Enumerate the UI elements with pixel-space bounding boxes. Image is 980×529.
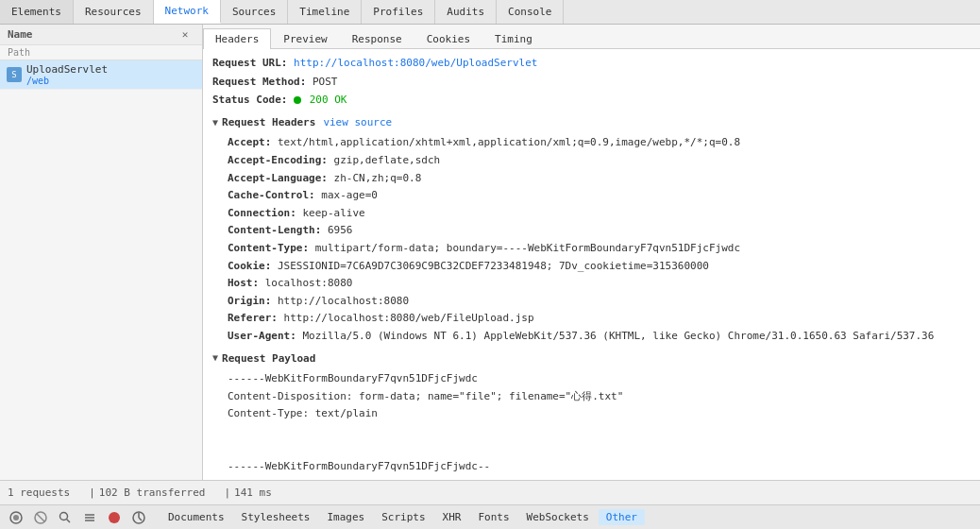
request-payload-section[interactable]: ▼ Request Payload bbox=[212, 350, 971, 367]
tab-response[interactable]: Response bbox=[340, 28, 414, 49]
request-headers-section[interactable]: ▼ Request Headers view source bbox=[212, 114, 971, 131]
tab-console[interactable]: Console bbox=[497, 0, 564, 24]
svg-point-4 bbox=[60, 512, 68, 520]
header-name: User-Agent: bbox=[228, 330, 296, 342]
header-name: Accept-Language: bbox=[228, 172, 328, 184]
request-headers-list: Accept: text/html,application/xhtml+xml,… bbox=[212, 134, 971, 344]
preserve-log-button[interactable] bbox=[128, 507, 149, 528]
header-value: gzip,deflate,sdch bbox=[334, 154, 441, 166]
status-code-label: Status Code: bbox=[212, 94, 287, 106]
tab-cookies[interactable]: Cookies bbox=[414, 28, 482, 49]
request-payload-title: Request Payload bbox=[222, 350, 315, 367]
tab-preview[interactable]: Preview bbox=[271, 28, 339, 49]
payload-item-2: Content-Type: text/plain bbox=[212, 405, 971, 422]
tab-resources[interactable]: Resources bbox=[74, 0, 154, 24]
header-value: keep-alive bbox=[302, 207, 364, 219]
header-name: Cookie: bbox=[228, 260, 271, 272]
filter-tabs: Documents Stylesheets Images Scripts XHR… bbox=[161, 509, 645, 525]
payload-item-1: Content-Disposition: form-data; name="fi… bbox=[212, 388, 971, 405]
top-tab-bar: Elements Resources Network Sources Timel… bbox=[0, 0, 980, 25]
list-button[interactable] bbox=[79, 507, 100, 528]
header-connection: Connection: keep-alive bbox=[212, 205, 971, 222]
main-container: Name ✕ Path S UploadServlet /web Headers… bbox=[0, 25, 980, 480]
tab-profiles[interactable]: Profiles bbox=[362, 0, 435, 24]
header-origin: Origin: http://localhost:8080 bbox=[212, 293, 971, 310]
tab-timeline[interactable]: Timeline bbox=[288, 0, 362, 24]
header-value: http://localhost:8080/web/FileUpload.jsp bbox=[284, 312, 534, 324]
header-name: Origin: bbox=[228, 295, 271, 307]
header-accept-encoding: Accept-Encoding: gzip,deflate,sdch bbox=[212, 152, 971, 169]
request-payload-list: ------WebKitFormBoundaryF7qvn51DFjcFjwdc… bbox=[212, 370, 971, 475]
sidebar-request-name: UploadServlet bbox=[26, 63, 108, 76]
svg-point-9 bbox=[109, 512, 120, 523]
separator-pipe2: | bbox=[224, 486, 230, 499]
filter-stylesheets[interactable]: Stylesheets bbox=[234, 509, 318, 525]
list-icon bbox=[83, 511, 96, 524]
status-latency: 141 ms bbox=[234, 486, 272, 499]
clear-button[interactable] bbox=[30, 507, 51, 528]
header-value: text/html,application/xhtml+xml,applicat… bbox=[278, 136, 740, 148]
clear-icon bbox=[34, 511, 47, 524]
search-button[interactable] bbox=[55, 507, 76, 528]
request-url-label: Request URL: bbox=[212, 57, 287, 69]
header-name: Referer: bbox=[228, 312, 278, 324]
header-accept-language: Accept-Language: zh-CN,zh;q=0.8 bbox=[212, 170, 971, 187]
tab-audits[interactable]: Audits bbox=[435, 0, 497, 24]
header-value: localhost:8080 bbox=[265, 277, 353, 289]
tab-sources[interactable]: Sources bbox=[221, 0, 288, 24]
filter-xhr[interactable]: XHR bbox=[435, 509, 469, 525]
header-name: Accept-Encoding: bbox=[228, 154, 328, 166]
close-panel-button[interactable]: ✕ bbox=[176, 28, 194, 41]
filter-documents[interactable]: Documents bbox=[161, 509, 232, 525]
stop-button[interactable] bbox=[104, 507, 125, 528]
header-value: Mozilla/5.0 (Windows NT 6.1) AppleWebKit… bbox=[302, 330, 934, 342]
filter-websockets[interactable]: WebSockets bbox=[519, 509, 597, 525]
tab-elements[interactable]: Elements bbox=[0, 0, 74, 24]
bottom-toolbar: Documents Stylesheets Images Scripts XHR… bbox=[0, 504, 980, 529]
request-url-link[interactable]: http://localhost:8080/web/UploadServlet bbox=[294, 57, 537, 69]
tab-network[interactable]: Network bbox=[154, 0, 221, 24]
header-value: max-age=0 bbox=[321, 189, 378, 201]
svg-line-12 bbox=[139, 518, 142, 520]
header-name: Content-Length: bbox=[228, 224, 321, 236]
payload-item-0: ------WebKitFormBoundaryF7qvn51DFjcFjwdc bbox=[212, 370, 971, 387]
separator-pipe: | bbox=[89, 486, 95, 499]
toggle-icon: ▼ bbox=[212, 350, 218, 366]
header-name: Content-Type: bbox=[228, 242, 309, 254]
header-value: zh-CN,zh;q=0.8 bbox=[334, 172, 422, 184]
request-url-row: Request URL: http://localhost:8080/web/U… bbox=[212, 55, 971, 72]
request-headers-title: Request Headers bbox=[222, 114, 315, 131]
sidebar-row-uploadservlet[interactable]: S UploadServlet /web bbox=[0, 60, 202, 90]
filter-fonts[interactable]: Fonts bbox=[470, 509, 516, 525]
status-bar: 1 requests | 102 B transferred | 141 ms bbox=[0, 480, 980, 504]
headers-content: Request URL: http://localhost:8080/web/U… bbox=[203, 49, 980, 480]
sidebar-header: Name ✕ bbox=[0, 25, 202, 45]
filter-other[interactable]: Other bbox=[599, 509, 645, 525]
toggle-icon: ▼ bbox=[212, 115, 218, 130]
view-source-link[interactable]: view source bbox=[323, 114, 392, 131]
status-code-row: Status Code: 200 OK bbox=[212, 92, 971, 109]
record-button[interactable] bbox=[6, 507, 26, 528]
sidebar-path-label: Path bbox=[0, 45, 202, 60]
network-sidebar: Name ✕ Path S UploadServlet /web bbox=[0, 25, 203, 480]
request-method-value: POST bbox=[313, 76, 338, 88]
tab-timing[interactable]: Timing bbox=[482, 28, 545, 49]
header-accept: Accept: text/html,application/xhtml+xml,… bbox=[212, 134, 971, 151]
svg-line-3 bbox=[37, 514, 44, 521]
servlet-icon: S bbox=[6, 66, 23, 83]
search-icon bbox=[59, 511, 72, 524]
right-panel: Headers Preview Response Cookies Timing … bbox=[203, 25, 980, 480]
svg-point-1 bbox=[13, 515, 19, 520]
filter-scripts[interactable]: Scripts bbox=[374, 509, 432, 525]
header-referer: Referer: http://localhost:8080/web/FileU… bbox=[212, 310, 971, 327]
status-code-value: 200 OK bbox=[310, 94, 347, 106]
header-host: Host: localhost:8080 bbox=[212, 275, 971, 292]
sidebar-row-content: UploadServlet /web bbox=[26, 63, 108, 86]
status-requests: 1 requests bbox=[8, 486, 70, 499]
request-method-label: Request Method: bbox=[212, 76, 306, 88]
tab-headers[interactable]: Headers bbox=[203, 28, 271, 49]
preserve-icon bbox=[132, 511, 145, 524]
header-value: http://localhost:8080 bbox=[278, 295, 409, 307]
filter-images[interactable]: Images bbox=[319, 509, 372, 525]
inner-tab-bar: Headers Preview Response Cookies Timing bbox=[203, 25, 980, 49]
